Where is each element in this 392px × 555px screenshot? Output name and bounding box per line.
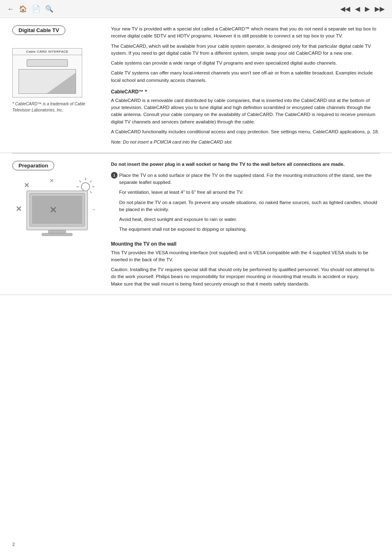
step1-content: Place the TV on a solid surface or place… [119, 172, 380, 236]
cable-card-triangle [47, 73, 76, 93]
step1-detail4: The equipment shall not be exposed to dr… [119, 226, 380, 233]
digital-cable-tv-left: Digital Cable TV Cable CARD INTERFACE * … [12, 26, 107, 149]
next-icon[interactable]: ▶ [365, 5, 370, 13]
step1-detail2: Do not place the TV on a carpet. To prev… [119, 199, 380, 214]
digital-cable-tv-section: Digital Cable TV Cable CARD INTERFACE * … [0, 18, 392, 153]
mounting-p1: This TV provides the VESA mounting inter… [111, 249, 380, 264]
svg-text:→: → [90, 206, 96, 213]
svg-rect-16 [42, 233, 72, 236]
search-icon[interactable]: 🔍 [45, 5, 53, 13]
preparation-left: Preparation ✕ ✕ [12, 161, 107, 290]
skip-back-icon[interactable]: ◀◀ [340, 5, 350, 13]
toolbar: ← 🏠 📄 🔍 ◀◀ ◀ ▶ ▶▶ [0, 0, 392, 18]
svg-line-7 [79, 181, 81, 182]
svg-text:✕: ✕ [24, 182, 29, 189]
svg-line-8 [90, 191, 92, 193]
step1-intro: Place the TV on a solid surface or place… [119, 172, 380, 186]
preparation-step1: 1 Place the TV on a solid surface or pla… [111, 172, 380, 236]
tv-stand-illustration: ✕ ✕ [12, 175, 99, 241]
digital-cable-p3: Cable systems can provide a wide range o… [111, 60, 380, 67]
svg-text:✕: ✕ [49, 177, 54, 184]
svg-rect-13 [32, 196, 82, 224]
cablecard-p2: A CableCARD functionality includes condi… [111, 128, 380, 135]
prev-icon[interactable]: ◀ [355, 5, 360, 13]
digital-cable-p2: The CableCARD, which will be available f… [111, 43, 380, 57]
home-icon[interactable]: 🏠 [19, 5, 27, 13]
trademark-note: * CableCARD™ is a trademark of Cable Tel… [12, 101, 99, 113]
toolbar-left: ← 🏠 📄 🔍 [7, 5, 53, 13]
cable-card-image: Cable CARD INTERFACE [12, 48, 82, 98]
document-icon[interactable]: 📄 [32, 5, 40, 13]
toolbar-right: ◀◀ ◀ ▶ ▶▶ [340, 5, 385, 13]
preparation-heading: Preparation [12, 161, 54, 170]
cable-card-slot [27, 59, 68, 67]
preparation-right: Do not insert the power plug in a wall s… [107, 161, 380, 290]
cablecard-p1: A CableCARD is a removable card distribu… [111, 97, 380, 125]
preparation-warning: Do not insert the power plug in a wall s… [111, 161, 380, 168]
preparation-section: Preparation ✕ ✕ [0, 153, 392, 295]
digital-cable-tv-right: Your new TV is provided with a special s… [107, 26, 380, 149]
mounting-p2-text: Caution: Installing the TV requires spec… [111, 267, 374, 286]
svg-text:✕: ✕ [16, 205, 22, 213]
skip-forward-icon[interactable]: ▶▶ [375, 5, 385, 13]
digital-cable-tv-heading: Digital Cable TV [12, 26, 65, 35]
cable-card-body [18, 69, 76, 94]
svg-rect-15 [48, 230, 66, 233]
svg-text:✕: ✕ [49, 205, 57, 215]
step1-number: 1 [111, 172, 118, 179]
step1-detail3: Avoid heat, direct sunlight and exposure… [119, 216, 380, 223]
cablecard-note: Note: Do not insert a PCMCIA card into t… [111, 139, 380, 146]
cablecard-heading: CableCARD™ * [111, 89, 380, 95]
svg-line-10 [90, 181, 92, 182]
digital-cable-p4: Cable TV systems can offer many local-in… [111, 70, 380, 84]
svg-point-2 [81, 183, 90, 191]
step1-detail1: For ventilation, leave at least 4" to 6"… [119, 189, 380, 196]
mounting-heading: Mounting the TV on the wall [111, 241, 380, 247]
digital-cable-p1: Your new TV is provided with a special s… [111, 26, 380, 40]
page-number: 2 [12, 542, 15, 547]
tv-stand-svg: ✕ ✕ [12, 175, 99, 241]
cable-card-interface-label: Cable CARD INTERFACE [13, 49, 82, 55]
mounting-p2: Caution: Installing the TV requires spec… [111, 266, 380, 288]
back-arrow-icon[interactable]: ← [7, 5, 14, 13]
main-content: Digital Cable TV Cable CARD INTERFACE * … [0, 18, 392, 295]
